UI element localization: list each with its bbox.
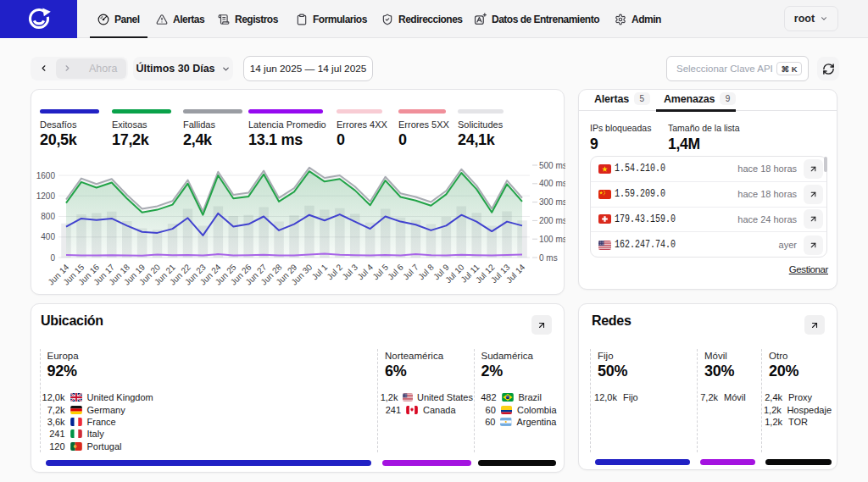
- svg-text:500 ms: 500 ms: [539, 161, 565, 170]
- svg-text:300 ms: 300 ms: [539, 197, 565, 207]
- svg-text:Jul 5: Jul 5: [370, 262, 390, 281]
- svg-text:100 ms: 100 ms: [539, 235, 565, 244]
- svg-text:Jul 4: Jul 4: [355, 262, 375, 281]
- svg-text:800: 800: [41, 212, 55, 221]
- svg-text:400: 400: [41, 232, 55, 241]
- svg-text:0 ms: 0 ms: [539, 253, 558, 263]
- svg-text:Jul 1: Jul 1: [310, 262, 330, 281]
- svg-text:1600: 1600: [36, 171, 56, 180]
- svg-text:Jul 8: Jul 8: [416, 262, 436, 281]
- svg-text:400 ms: 400 ms: [539, 179, 565, 188]
- svg-text:200 ms: 200 ms: [539, 216, 565, 225]
- svg-text:Jul 3: Jul 3: [340, 262, 359, 281]
- svg-text:0: 0: [50, 253, 55, 263]
- svg-text:Jul 7: Jul 7: [401, 262, 420, 281]
- svg-text:1200: 1200: [36, 191, 56, 201]
- svg-text:Jul 6: Jul 6: [386, 262, 405, 281]
- svg-text:Jul 2: Jul 2: [325, 262, 344, 281]
